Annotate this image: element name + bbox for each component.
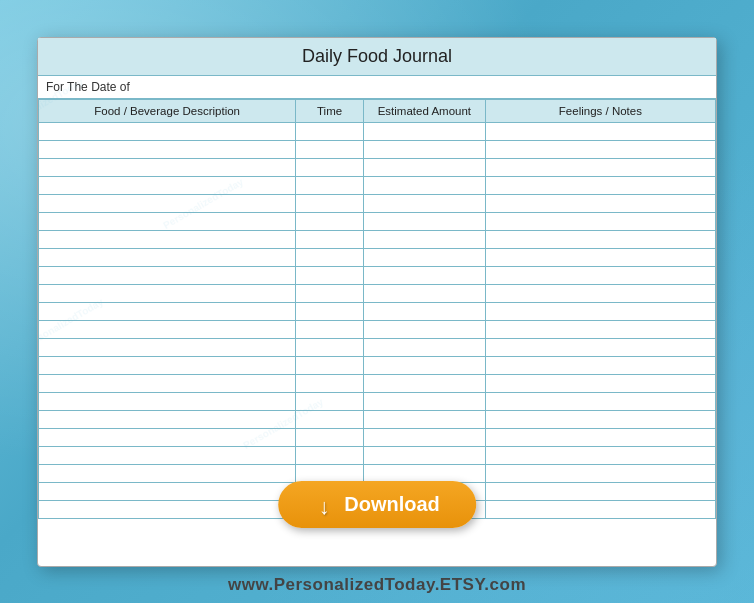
table-cell xyxy=(363,356,485,374)
table-cell xyxy=(363,464,485,482)
table-row xyxy=(39,230,716,248)
table-cell xyxy=(39,410,296,428)
table-cell xyxy=(363,140,485,158)
table-cell xyxy=(485,284,715,302)
table-wrapper: Food / Beverage Description Time Estimat… xyxy=(38,99,716,519)
table-cell xyxy=(296,356,364,374)
table-cell xyxy=(485,248,715,266)
footer-text: www.PersonalizedToday.ETSY.com xyxy=(228,575,526,594)
table-cell xyxy=(296,338,364,356)
table-row xyxy=(39,284,716,302)
table-cell xyxy=(485,482,715,500)
download-button[interactable]: Download xyxy=(278,481,476,528)
table-row xyxy=(39,302,716,320)
table-cell xyxy=(39,356,296,374)
table-cell xyxy=(296,122,364,140)
table-row xyxy=(39,356,716,374)
table-cell xyxy=(296,248,364,266)
table-cell xyxy=(296,302,364,320)
table-row xyxy=(39,248,716,266)
table-cell xyxy=(39,500,296,518)
table-row xyxy=(39,338,716,356)
title-row: Daily Food Journal xyxy=(38,38,716,76)
table-cell xyxy=(39,176,296,194)
table-cell xyxy=(363,320,485,338)
table-cell xyxy=(485,374,715,392)
table-cell xyxy=(39,122,296,140)
table-row xyxy=(39,140,716,158)
table-header-row: Food / Beverage Description Time Estimat… xyxy=(39,99,716,122)
table-cell xyxy=(296,320,364,338)
col-header-amount: Estimated Amount xyxy=(363,99,485,122)
table-cell xyxy=(363,230,485,248)
table-cell xyxy=(39,320,296,338)
table-cell xyxy=(485,158,715,176)
journal-page: PersonalizedToday PersonalizedToday Pers… xyxy=(37,37,717,567)
download-label: Download xyxy=(344,493,440,516)
table-cell xyxy=(363,410,485,428)
table-cell xyxy=(296,284,364,302)
table-row xyxy=(39,392,716,410)
download-arrow-icon xyxy=(314,494,334,514)
table-cell xyxy=(485,338,715,356)
table-row xyxy=(39,410,716,428)
table-cell xyxy=(485,500,715,518)
col-header-time: Time xyxy=(296,99,364,122)
table-cell xyxy=(296,428,364,446)
date-label: For The Date of xyxy=(46,80,130,94)
table-cell xyxy=(296,140,364,158)
col-header-notes: Feelings / Notes xyxy=(485,99,715,122)
table-cell xyxy=(363,194,485,212)
table-cell xyxy=(296,158,364,176)
table-cell xyxy=(363,158,485,176)
table-cell xyxy=(363,176,485,194)
table-row xyxy=(39,122,716,140)
table-cell xyxy=(485,464,715,482)
journal-table: Food / Beverage Description Time Estimat… xyxy=(38,99,716,519)
table-cell xyxy=(363,446,485,464)
table-cell xyxy=(485,176,715,194)
table-cell xyxy=(485,392,715,410)
table-cell xyxy=(363,284,485,302)
table-cell xyxy=(39,482,296,500)
table-row xyxy=(39,464,716,482)
table-cell xyxy=(485,428,715,446)
table-cell xyxy=(39,140,296,158)
table-row xyxy=(39,446,716,464)
table-cell xyxy=(296,176,364,194)
table-cell xyxy=(39,338,296,356)
table-cell xyxy=(296,266,364,284)
table-cell xyxy=(39,446,296,464)
table-cell xyxy=(39,230,296,248)
table-cell xyxy=(39,464,296,482)
table-cell xyxy=(296,212,364,230)
table-cell xyxy=(363,428,485,446)
table-cell xyxy=(363,338,485,356)
table-cell xyxy=(485,194,715,212)
table-cell xyxy=(39,428,296,446)
table-cell xyxy=(39,248,296,266)
table-cell xyxy=(363,212,485,230)
table-cell xyxy=(296,194,364,212)
table-cell xyxy=(39,212,296,230)
etsy-footer: www.PersonalizedToday.ETSY.com xyxy=(0,575,754,595)
table-row xyxy=(39,266,716,284)
table-cell xyxy=(39,374,296,392)
table-cell xyxy=(39,194,296,212)
table-cell xyxy=(485,410,715,428)
table-cell xyxy=(296,446,364,464)
table-cell xyxy=(485,356,715,374)
table-cell xyxy=(39,158,296,176)
table-row xyxy=(39,320,716,338)
table-cell xyxy=(39,266,296,284)
table-cell xyxy=(296,392,364,410)
table-cell xyxy=(363,266,485,284)
table-cell xyxy=(363,248,485,266)
table-row xyxy=(39,176,716,194)
table-cell xyxy=(363,122,485,140)
table-cell xyxy=(485,302,715,320)
table-cell xyxy=(39,284,296,302)
table-cell xyxy=(363,374,485,392)
table-cell xyxy=(485,230,715,248)
table-cell xyxy=(485,140,715,158)
